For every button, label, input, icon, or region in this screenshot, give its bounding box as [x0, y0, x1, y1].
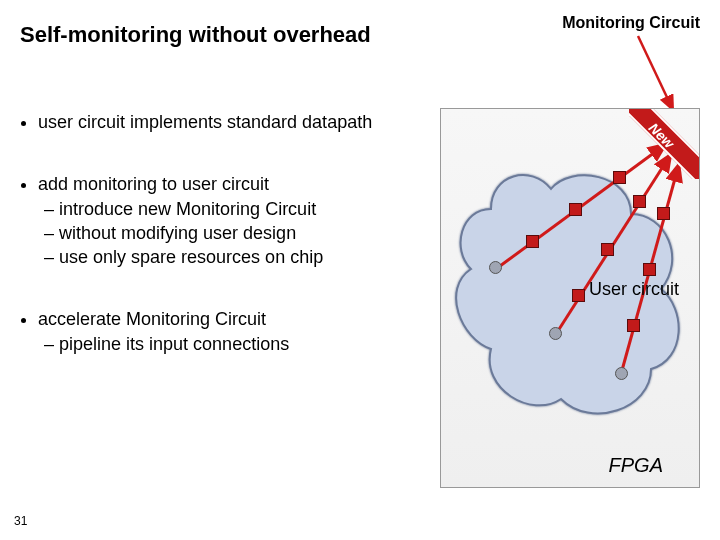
bullet-list: user circuit implements standard datapat… [18, 110, 418, 394]
new-banner-text: New [629, 109, 699, 179]
sub-bullet: without modifying user design [44, 221, 418, 245]
sample-dot [549, 327, 562, 340]
user-circuit-label: User circuit [589, 279, 679, 300]
pipeline-reg [643, 263, 656, 276]
pipeline-reg [569, 203, 582, 216]
sub-bullet: pipeline its input connections [44, 332, 418, 356]
pipeline-reg [572, 289, 585, 302]
monitoring-circuit-label: Monitoring Circuit [562, 14, 700, 32]
pipeline-reg [526, 235, 539, 248]
bullet-text: user circuit implements standard datapat… [38, 112, 372, 132]
pipeline-reg [601, 243, 614, 256]
sub-bullet: introduce new Monitoring Circuit [44, 197, 418, 221]
svg-line-0 [638, 36, 673, 110]
bullet-item: user circuit implements standard datapat… [38, 110, 418, 134]
bullet-item: accelerate Monitoring Circuit pipeline i… [38, 307, 418, 356]
slide-number: 31 [14, 514, 27, 528]
sample-dot [615, 367, 628, 380]
fpga-diagram: User circuit FPGA New [440, 108, 700, 488]
pipeline-reg [613, 171, 626, 184]
pipeline-reg [657, 207, 670, 220]
bullet-item: add monitoring to user circuit introduce… [38, 172, 418, 269]
pipeline-reg [627, 319, 640, 332]
fpga-label: FPGA [609, 454, 663, 477]
sample-dot [489, 261, 502, 274]
sub-bullet: use only spare resources on chip [44, 245, 418, 269]
pipeline-reg [633, 195, 646, 208]
bullet-text: add monitoring to user circuit [38, 174, 269, 194]
slide-title: Self-monitoring without overhead [20, 22, 371, 48]
new-banner: New [629, 109, 699, 179]
bullet-text: accelerate Monitoring Circuit [38, 309, 266, 329]
